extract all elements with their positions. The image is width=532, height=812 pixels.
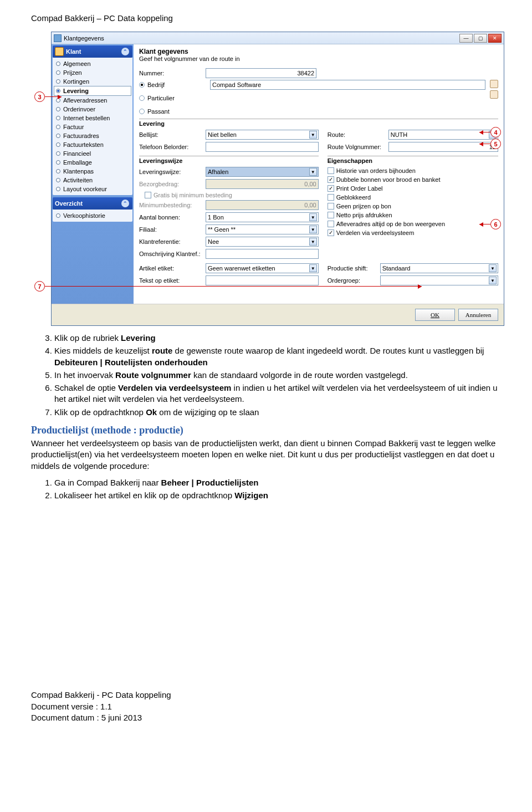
chk-historie[interactable]: Historie van orders bijhouden	[328, 166, 498, 175]
klantreferentie-label: Klantreferentie:	[139, 238, 206, 245]
chk-afleveradres[interactable]: Afleveradres altijd op de bon weergeven	[328, 219, 498, 228]
section-title-productielijst: Productielijst (methode : productie)	[31, 423, 501, 437]
ordergroep-select[interactable]: ▼	[380, 275, 498, 285]
chk-verdelen[interactable]: Verdelen via verdeelsysteem	[328, 228, 498, 237]
sidebar-header-overzicht[interactable]: Overzicht ⌃	[53, 197, 132, 210]
omschrijving-input[interactable]	[206, 249, 319, 259]
main-panel: Klant gegevens Geef het volgnummer van d…	[134, 44, 504, 304]
callout-3: 3	[34, 91, 45, 102]
app-icon	[54, 34, 62, 42]
bedrijf-input[interactable]: Compad Software	[210, 80, 485, 90]
callout-5: 5	[490, 139, 501, 149]
chk-dubbele[interactable]: Dubbele bonnen voor brood en banket	[328, 175, 498, 184]
instruction-text: Klik op de rubriek Levering Kies middels…	[31, 333, 501, 501]
sidebar-item-klantenpas[interactable]: Klantenpas	[54, 167, 131, 176]
chk-netto[interactable]: Netto prijs afdrukken	[328, 211, 498, 219]
type-bedrijf-radio[interactable]: Bedrijf	[139, 80, 206, 90]
chevron-up-icon: ⌃	[121, 200, 129, 207]
minimumbesteding-label: Minimumbesteding:	[139, 202, 206, 208]
step-6: Schakel de optie Verdelen via verdeelsys…	[54, 382, 501, 405]
gratis-min-besteding-checkbox: Gratis bij minimum besteding	[145, 191, 319, 200]
aantal-bonnen-label: Aantal bonnen:	[139, 214, 206, 221]
step-5: In het invoervak Route volgnummer kan de…	[54, 370, 501, 381]
chk-geblokkeerd[interactable]: Geblokkeerd	[328, 193, 498, 202]
callout-6: 6	[490, 219, 501, 229]
nummer-label: Nummer:	[139, 70, 206, 76]
filiaal-select[interactable]: ** Geen **▼	[206, 224, 319, 234]
omschrijving-label: Omschrijving Klantref.:	[139, 251, 206, 257]
step2-1: Ga in Compad Bakkerij naar Beheer | Prod…	[54, 477, 501, 488]
doc-footer: Compad Bakkerij - PC Data koppeling Docu…	[31, 690, 501, 723]
sidebar-item-levering[interactable]: Levering	[54, 86, 131, 96]
chevron-down-icon: ▼	[309, 226, 317, 233]
sidebar-item-kortingen[interactable]: Kortingen	[54, 77, 131, 86]
step-3: Klik op de rubriek Levering	[54, 333, 501, 344]
nummer-input[interactable]: 38422	[206, 68, 316, 78]
minimize-button[interactable]: —	[459, 34, 473, 43]
chk-geenprijzen[interactable]: Geen prijzen op bon	[328, 202, 498, 211]
chevron-down-icon: ▼	[309, 168, 317, 176]
sidebar-group2-title: Overzicht	[55, 200, 83, 207]
ok-button[interactable]: OK	[415, 309, 455, 321]
panel-heading: Klant gegevens	[139, 48, 498, 55]
route-label: Route:	[328, 131, 388, 138]
minimumbesteding-input: 0,00	[206, 200, 319, 210]
lookup-icon[interactable]	[490, 80, 498, 88]
klantreferentie-select[interactable]: Nee▼	[206, 237, 319, 247]
section-para: Wanneer het verdeelsysteem op basis van …	[31, 438, 501, 472]
chevron-up-icon: ⌃	[121, 48, 129, 55]
eigenschappen-section-label: Eigenschappen	[328, 156, 498, 164]
doc-header: Compad Bakkerij – PC Data koppeling	[31, 13, 501, 23]
productie-shift-label: Productie shift:	[328, 265, 380, 272]
chevron-down-icon: ▼	[309, 131, 317, 139]
klantgegevens-window: Klantgegevens — ▢ ✕ Klant ⌃ Algemeen	[51, 32, 504, 326]
chevron-down-icon: ▼	[489, 264, 497, 272]
leveringswijze-label: Leveringswijze:	[139, 168, 206, 175]
sidebar-item-factuuradres[interactable]: Factuuradres	[54, 131, 131, 140]
chk-print[interactable]: Print Order Label	[328, 184, 498, 193]
callout-5-line	[479, 144, 490, 144]
telefoon-input[interactable]	[206, 142, 319, 152]
sidebar-header-klant[interactable]: Klant ⌃	[53, 45, 132, 58]
artikel-etiket-select[interactable]: Geen warenwet etiketten▼	[206, 263, 319, 273]
ordergroep-label: Ordergroep:	[328, 277, 380, 284]
klant-icon	[55, 47, 64, 56]
sidebar-item-financieel[interactable]: Financieel	[54, 149, 131, 158]
sidebar-item-algemeen[interactable]: Algemeen	[54, 59, 131, 68]
chevron-down-icon: ▼	[309, 213, 317, 221]
titlebar[interactable]: Klantgegevens — ▢ ✕	[52, 32, 504, 44]
sidebar-item-emballage[interactable]: Emballage	[54, 158, 131, 167]
step-7: Klik op de opdrachtknop Ok om de wijzigi…	[54, 407, 501, 418]
productie-shift-select[interactable]: Standaard▼	[380, 263, 498, 273]
leveringswijze-section-label: Leveringswijze	[139, 156, 319, 164]
chevron-down-icon: ▼	[309, 238, 317, 246]
leveringswijze-select[interactable]: Afhalen▼	[206, 167, 319, 177]
callout-7-line	[45, 286, 422, 287]
sidebar-item-internet-bestellen[interactable]: Internet bestellen	[54, 114, 131, 122]
type-particulier-radio[interactable]: Particulier	[139, 93, 206, 103]
sidebar-item-orderinvoer[interactable]: Orderinvoer	[54, 105, 131, 114]
callout-7: 7	[34, 281, 45, 292]
maximize-button[interactable]: ▢	[474, 34, 487, 43]
sidebar-item-afleveradressen[interactable]: Afleveradressen	[54, 96, 131, 105]
tekst-etiket-label: Tekst op etiket:	[139, 277, 206, 284]
step2-2: Lokaliseer het artikel en klik op de opd…	[54, 490, 501, 501]
close-button[interactable]: ✕	[488, 34, 502, 43]
annuleren-button[interactable]: Annuleren	[458, 309, 498, 321]
link-icon[interactable]	[490, 90, 498, 99]
route-volgnr-label: Route Volgnummer:	[328, 144, 388, 150]
sidebar-item-activiteiten[interactable]: Activiteiten	[54, 176, 131, 185]
sidebar-item-layout-voorkeur[interactable]: Layout voorkeur	[54, 185, 131, 193]
sidebar-item-factuurteksten[interactable]: Factuurteksten	[54, 140, 131, 149]
sidebar-item-prijzen[interactable]: Prijzen	[54, 68, 131, 77]
sidebar-item-verkoophistorie[interactable]: Verkoophistorie	[54, 211, 131, 220]
tekst-etiket-input[interactable]	[206, 275, 319, 285]
telefoon-label: Telefoon Belorder:	[139, 144, 206, 150]
aantal-bonnen-select[interactable]: 1 Bon▼	[206, 212, 319, 222]
levering-section-label: Levering	[139, 119, 498, 127]
callout-4-line	[479, 132, 490, 132]
callout-3-line	[45, 96, 62, 97]
sidebar-item-factuur[interactable]: Factuur	[54, 122, 131, 131]
type-passant-radio[interactable]: Passant	[139, 106, 206, 116]
bellijst-select[interactable]: Niet bellen▼	[206, 130, 319, 140]
